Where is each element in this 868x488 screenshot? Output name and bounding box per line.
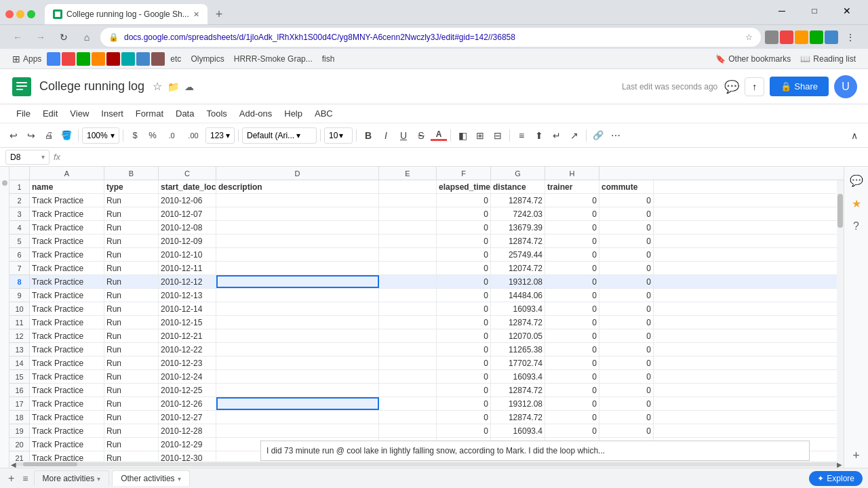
cell-description[interactable] [216, 302, 379, 315]
undo-btn[interactable]: ↩ [5, 127, 22, 144]
cell-type[interactable]: Run [104, 262, 159, 274]
cell-distance[interactable]: 16093.4 [491, 302, 545, 315]
cell-commute[interactable]: 0 [599, 221, 654, 234]
cell-date[interactable]: 2010-12-11 [159, 262, 216, 274]
cell-date[interactable]: 2010-12-10 [159, 248, 216, 261]
bookmark-2[interactable] [47, 52, 60, 66]
font-family-dropdown[interactable]: Default (Ari...▾ [242, 127, 317, 144]
user-avatar[interactable]: U [834, 75, 857, 98]
bookmark-star[interactable]: ☆ [745, 33, 753, 42]
menu-abc[interactable]: ABC [309, 106, 338, 121]
cell-description[interactable] [216, 397, 379, 410]
list-sheets-btn[interactable]: ≡ [20, 473, 31, 484]
chrome-menu-btn[interactable]: ⋮ [841, 28, 860, 47]
bookmark-9[interactable] [151, 52, 165, 66]
cell-date[interactable]: 2010-12-23 [159, 357, 216, 369]
cell-name[interactable]: Track Practice [30, 438, 104, 451]
tab-close-icon[interactable]: ✕ [193, 10, 199, 19]
cell-description[interactable] [216, 248, 379, 261]
cell-type[interactable]: Run [104, 397, 159, 410]
vertical-scrollbar[interactable] [837, 180, 844, 461]
explore-btn[interactable]: ✦ Explore [809, 471, 863, 486]
col-header-c[interactable]: C [159, 167, 216, 180]
cell-type[interactable]: Run [104, 411, 159, 424]
cell-distance[interactable]: 19312.08 [491, 397, 545, 410]
menu-tools[interactable]: Tools [201, 106, 232, 121]
cell-date[interactable]: 2010-12-15 [159, 316, 216, 329]
cell-description[interactable] [216, 329, 379, 342]
cell-type[interactable]: Run [104, 221, 159, 234]
col-header-h[interactable]: H [545, 167, 599, 180]
cell-description[interactable] [216, 411, 379, 424]
cell-e[interactable] [379, 411, 437, 424]
cell-e[interactable] [379, 316, 437, 329]
cell-name[interactable]: Track Practice [30, 248, 104, 261]
bookmark-8[interactable] [136, 52, 150, 66]
cell-description[interactable] [216, 275, 379, 288]
cell-type[interactable]: Run [104, 357, 159, 369]
redo-btn[interactable]: ↪ [23, 127, 39, 144]
cell-trainer[interactable]: 0 [545, 275, 599, 288]
cell-date[interactable]: 2010-12-28 [159, 424, 216, 437]
col-header-d[interactable]: D [216, 167, 379, 180]
cell-commute[interactable]: 0 [599, 194, 654, 207]
cell-e[interactable] [379, 289, 437, 302]
underline-btn[interactable]: U [395, 127, 412, 144]
cell-date[interactable]: 2010-12-14 [159, 302, 216, 315]
cell-description[interactable] [216, 357, 379, 369]
cell-trainer[interactable]: 0 [545, 207, 599, 220]
cell-distance[interactable]: 12874.72 [491, 411, 545, 424]
cell-name[interactable]: Track Practice [30, 262, 104, 274]
bookmark-other[interactable]: 🔖 Other bookmarks [711, 52, 795, 66]
dec-inc-btn[interactable]: .00 [182, 127, 204, 144]
sidebar-add-icon[interactable]: + [847, 446, 866, 465]
bold-btn[interactable]: B [360, 127, 376, 144]
tab-other-activities[interactable]: Other activities ▾ [112, 470, 189, 486]
menu-insert[interactable]: Insert [96, 106, 129, 121]
cell-commute[interactable]: 0 [599, 397, 654, 410]
cell-date[interactable]: 2010-12-29 [159, 438, 216, 451]
cell-trainer[interactable]: 0 [545, 411, 599, 424]
cell-e[interactable] [379, 424, 437, 437]
cell-date[interactable]: 2010-12-27 [159, 411, 216, 424]
fill-color-btn[interactable]: ◧ [454, 127, 471, 144]
cell-elapsed[interactable]: 0 [437, 329, 491, 342]
cell-type[interactable]: Run [104, 329, 159, 342]
cell-type[interactable]: Run [104, 370, 159, 383]
bookmark-4[interactable] [77, 52, 90, 66]
collapse-toolbar-btn[interactable]: ∧ [846, 127, 863, 144]
forward-btn[interactable]: → [31, 28, 50, 47]
bookmark-3[interactable] [62, 52, 75, 66]
cell-elapsed[interactable]: 0 [437, 357, 491, 369]
font-size-dropdown[interactable]: 10▾ [324, 127, 353, 144]
italic-btn[interactable]: I [378, 127, 394, 144]
cell-date[interactable]: 2010-12-25 [159, 384, 216, 396]
cell-elapsed[interactable]: 0 [437, 221, 491, 234]
cell-type[interactable]: Run [104, 289, 159, 302]
cell-commute[interactable]: 0 [599, 357, 654, 369]
cell-name[interactable]: Track Practice [30, 235, 104, 247]
cell-distance[interactable]: 12874.72 [491, 235, 545, 247]
cell-trainer[interactable]: 0 [545, 221, 599, 234]
menu-format[interactable]: Format [130, 106, 169, 121]
apps-bookmark[interactable]: ⊞ Apps [8, 52, 45, 66]
cell-date[interactable]: 2010-12-30 [159, 451, 216, 461]
cell-e[interactable] [379, 370, 437, 383]
cell-e[interactable] [379, 275, 437, 288]
menu-view[interactable]: View [64, 106, 94, 121]
cell-e[interactable] [379, 302, 437, 315]
more-toolbar-btn[interactable]: ⋯ [608, 127, 624, 144]
refresh-btn[interactable]: ↻ [54, 28, 73, 47]
cell-commute[interactable]: 0 [599, 235, 654, 247]
cell-date[interactable]: 2010-12-12 [159, 275, 216, 288]
cell-name[interactable]: Track Practice [30, 221, 104, 234]
cell-e[interactable] [379, 329, 437, 342]
cell-name[interactable]: Track Practice [30, 194, 104, 207]
col-header-b[interactable]: B [104, 167, 159, 180]
cell-date[interactable]: 2010-12-07 [159, 207, 216, 220]
resize-handle-left[interactable] [2, 180, 7, 186]
menu-help[interactable]: Help [279, 106, 308, 121]
cell-date[interactable]: 2010-12-26 [159, 397, 216, 410]
cell-description[interactable] [216, 207, 379, 220]
bookmark-reading[interactable]: 📖 Reading list [796, 52, 860, 66]
